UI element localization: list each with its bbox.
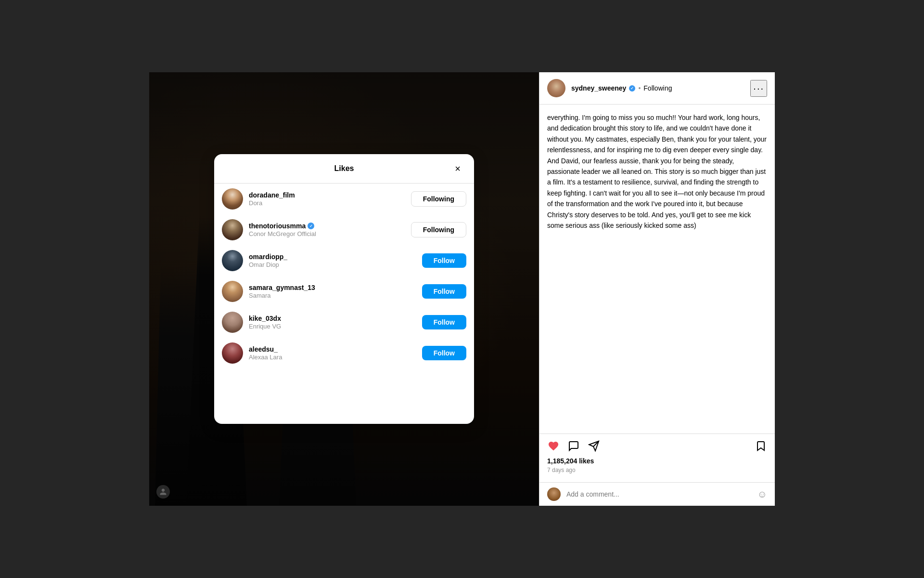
time-ago: 7 days ago [547, 467, 767, 473]
username-row-omar: omardiopp_ [249, 253, 416, 261]
modal-close-button[interactable]: × [451, 162, 464, 175]
photo-side: Likes × dorada [149, 72, 539, 506]
close-icon: × [455, 164, 461, 173]
follow-button-samara[interactable]: Follow [422, 284, 466, 299]
user-info-omar: omardiopp_ Omar Diop [249, 253, 416, 268]
separator-dot: • [638, 84, 641, 92]
likes-modal: Likes × dorada [214, 154, 474, 424]
poster-avatar[interactable] [547, 79, 565, 97]
username-omar: omardiopp_ [249, 253, 287, 261]
poster-verified-badge: ✓ [629, 85, 635, 92]
modal-title: Likes [237, 164, 451, 173]
like-item-doradane: doradane_film Dora Following [214, 184, 474, 214]
post-header: sydney_sweeney ✓ • Following ··· [539, 72, 775, 105]
post-actions: 1,185,204 likes 7 days ago [539, 434, 775, 482]
follow-button-aleedsu[interactable]: Follow [422, 346, 466, 360]
avatar-aleedsu[interactable] [222, 342, 243, 364]
display-name-aleedsu: Alexaa Lara [249, 354, 416, 361]
poster-info: sydney_sweeney ✓ • Following [571, 84, 744, 92]
like-item-samara: samara_gymnast_13 Samara Follow [214, 276, 474, 307]
modal-overlay: Likes × dorada [149, 72, 539, 506]
comment-input[interactable] [566, 490, 752, 498]
username-samara: samara_gymnast_13 [249, 284, 315, 291]
verified-badge-conor: ✓ [308, 223, 314, 229]
like-action-button[interactable] [547, 440, 560, 452]
add-comment-section: ☺ [539, 482, 775, 506]
avatar-doradane[interactable] [222, 188, 243, 210]
follow-button-doradane[interactable]: Following [411, 191, 466, 207]
post-caption: everything. I'm going to miss you so muc… [539, 105, 775, 434]
instagram-layout: Likes × dorada [149, 72, 775, 506]
avatar-omar[interactable] [222, 250, 243, 271]
user-info-kike: kike_03dx Enrique VG [249, 315, 416, 330]
like-item-omar: omardiopp_ Omar Diop Follow [214, 245, 474, 276]
display-name-conor: Conor McGregor Official [249, 230, 405, 237]
avatar-image-samara [222, 281, 243, 302]
like-item-conor: thenotoriousmma ✓ Conor McGregor Officia… [214, 214, 474, 245]
caption-text: everything. I'm going to miss you so muc… [547, 114, 767, 229]
follow-button-omar[interactable]: Follow [422, 253, 466, 268]
username-row-samara: samara_gymnast_13 [249, 284, 416, 291]
info-side: sydney_sweeney ✓ • Following ··· everyth… [539, 72, 775, 506]
avatar-image-conor [222, 219, 243, 240]
comment-icon [568, 440, 579, 452]
user-info-samara: samara_gymnast_13 Samara [249, 284, 416, 299]
emoji-button[interactable]: ☺ [757, 489, 767, 500]
user-info-aleedsu: aleedsu_ Alexaa Lara [249, 345, 416, 361]
username-aleedsu: aleedsu_ [249, 345, 278, 353]
like-item-aleedsu: aleedsu_ Alexaa Lara Follow [214, 338, 474, 368]
avatar-image-omar [222, 250, 243, 271]
checkmark-icon: ✓ [309, 224, 313, 228]
user-info-doradane: doradane_film Dora [249, 191, 405, 207]
avatar-image-kike [222, 312, 243, 333]
username-row-doradane: doradane_film [249, 191, 405, 199]
user-info-conor: thenotoriousmma ✓ Conor McGregor Officia… [249, 222, 405, 237]
avatar-kike[interactable] [222, 312, 243, 333]
follow-button-conor[interactable]: Following [411, 222, 466, 237]
share-action-button[interactable] [588, 440, 600, 452]
username-row-aleedsu: aleedsu_ [249, 345, 416, 353]
username-row-kike: kike_03dx [249, 315, 416, 322]
username-row-conor: thenotoriousmma ✓ [249, 222, 405, 230]
display-name-doradane: Dora [249, 199, 405, 207]
display-name-kike: Enrique VG [249, 323, 416, 330]
follow-button-kike[interactable]: Follow [422, 315, 466, 329]
likes-count[interactable]: 1,185,204 likes [547, 457, 767, 465]
modal-body[interactable]: doradane_film Dora Following [214, 184, 474, 424]
bookmark-action-button[interactable] [755, 440, 767, 452]
avatar-samara[interactable] [222, 281, 243, 302]
more-options-button[interactable]: ··· [750, 80, 767, 97]
username-doradane: doradane_film [249, 191, 295, 199]
like-item-kike: kike_03dx Enrique VG Follow [214, 307, 474, 338]
avatar-image-aleedsu [222, 342, 243, 364]
modal-header: Likes × [214, 154, 474, 184]
poster-username[interactable]: sydney_sweeney [571, 84, 626, 92]
avatar-image-doradane [222, 188, 243, 210]
avatar-conor[interactable] [222, 219, 243, 240]
commenter-avatar [547, 487, 561, 501]
heart-icon [548, 440, 559, 452]
poster-checkmark-icon: ✓ [630, 86, 634, 91]
username-conor: thenotoriousmma [249, 222, 306, 230]
username-kike: kike_03dx [249, 315, 281, 322]
poster-name-row: sydney_sweeney ✓ • Following [571, 84, 744, 92]
display-name-omar: Omar Diop [249, 261, 416, 268]
display-name-samara: Samara [249, 292, 416, 299]
share-icon [588, 440, 600, 452]
bookmark-icon [755, 440, 767, 452]
action-icons-row [547, 440, 767, 452]
poster-following-label[interactable]: Following [643, 84, 672, 92]
page-container: Likes × dorada [0, 0, 924, 578]
comment-action-button[interactable] [567, 440, 580, 452]
